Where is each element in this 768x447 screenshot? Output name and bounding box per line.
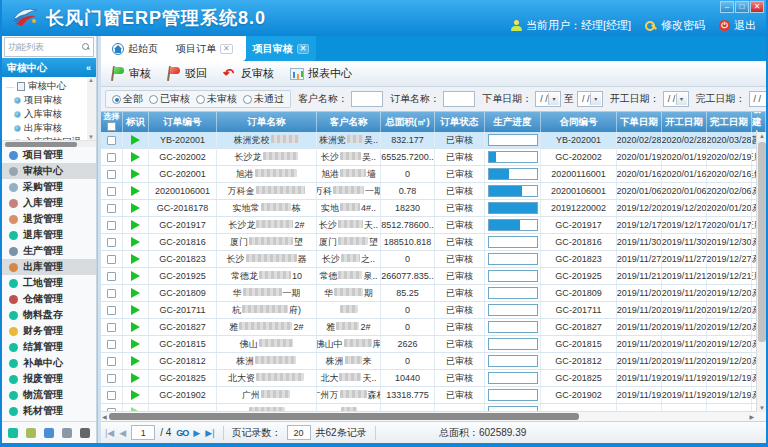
sidebar-bottom-icon[interactable] (8, 428, 18, 438)
column-header[interactable]: 生产进度 (485, 112, 541, 132)
report-center-button[interactable]: 报表中心 (286, 64, 360, 83)
radio-已审核[interactable]: 已审核 (149, 92, 190, 106)
table-row[interactable]: GC-201815佛山佛山中库2626已审核GC-2018152019/11/2… (101, 336, 766, 353)
sidebar-item[interactable]: 出库管理 (2, 259, 96, 275)
sidebar-item[interactable]: 仓储管理 (2, 291, 96, 307)
table-row[interactable]: GC-202001旭港旭港墙0已审核202001160012020/01/162… (101, 166, 766, 183)
first-page-button[interactable]: |◀ (105, 428, 114, 438)
approve-button[interactable]: 审核 (107, 64, 159, 83)
column-header[interactable]: 订单编号 (149, 112, 217, 132)
function-search-input[interactable]: 功能列表 (4, 37, 94, 57)
page-size-input[interactable]: 20 (287, 425, 311, 440)
column-header[interactable]: 创建人 (752, 112, 766, 132)
chevron-down-icon[interactable]: ▾ (548, 93, 559, 105)
row-checkbox[interactable] (107, 153, 116, 162)
close-button[interactable]: ✕ (750, 1, 764, 13)
column-header[interactable]: 客户名称 (317, 112, 381, 132)
customer-name-input[interactable] (351, 91, 383, 107)
sidebar-item[interactable]: 财务管理 (2, 323, 96, 339)
order-name-input[interactable] (443, 91, 475, 107)
grid-vertical-scrollbar[interactable]: ▲ ▼ (756, 132, 766, 412)
column-header[interactable]: 合同编号 (541, 112, 617, 132)
sidebar-item[interactable]: 报废管理 (2, 371, 96, 387)
reject-button[interactable]: 驳回 (163, 64, 215, 83)
table-row[interactable]: GC-201917长沙龙2#长沙天..8512.78600..已审核GC-201… (101, 217, 766, 234)
scroll-down-icon[interactable]: ▼ (757, 405, 767, 411)
column-header[interactable]: 开工日期 (662, 112, 707, 132)
go-button[interactable]: GO (176, 428, 188, 438)
tree-horizontal-scrollbar[interactable] (2, 140, 96, 147)
scroll-up-icon[interactable]: ▲ (757, 133, 767, 139)
start-date-input[interactable]: / /▾ (663, 91, 689, 107)
order-date-to-input[interactable]: / /▾ (577, 91, 603, 107)
row-checkbox[interactable] (107, 221, 116, 230)
column-header[interactable]: 完工日期 (707, 112, 752, 132)
tab-item[interactable]: 项目订单✕ (169, 42, 240, 56)
row-checkbox[interactable] (107, 391, 116, 400)
sidebar-item[interactable]: 耗材管理 (2, 403, 96, 419)
row-checkbox[interactable] (107, 289, 116, 298)
sidebar-item[interactable]: 生产管理 (2, 243, 96, 259)
maximize-button[interactable]: □ (735, 1, 749, 13)
scroll-left-icon[interactable]: ◀ (102, 413, 107, 420)
row-checkbox[interactable] (107, 170, 116, 179)
row-checkbox[interactable] (107, 357, 116, 366)
row-checkbox[interactable] (107, 323, 116, 332)
chevron-down-icon[interactable]: ▾ (676, 93, 687, 105)
column-header[interactable]: 选择 (101, 112, 123, 132)
last-page-button[interactable]: ▶| (205, 428, 214, 438)
finish-date-input[interactable]: / / (749, 91, 766, 107)
sidebar-bottom-icon[interactable] (44, 428, 54, 438)
sidebar-item[interactable]: 采购管理 (2, 179, 96, 195)
unapprove-button[interactable]: ↶反审核 (219, 64, 282, 83)
column-header[interactable]: 总面积(㎡) (381, 112, 435, 132)
sidebar-bottom-icon[interactable] (26, 428, 36, 438)
page-number-input[interactable]: 1 (131, 425, 155, 440)
sidebar-item[interactable]: 物流管理 (2, 387, 96, 403)
scroll-right-icon[interactable]: ▶ (749, 413, 754, 420)
collapse-icon[interactable]: « (86, 63, 91, 73)
table-row[interactable]: GC-201816厦门望厦门望188510.818已审核GC-201816201… (101, 234, 766, 251)
radio-未通过[interactable]: 未通过 (243, 92, 284, 106)
row-checkbox[interactable] (107, 204, 116, 213)
row-checkbox[interactable] (107, 374, 116, 383)
table-row[interactable]: GC-201812株洲株洲来0已审核GC-2018122019/11/20201… (101, 353, 766, 370)
close-tab-icon[interactable]: ✕ (220, 44, 233, 54)
sidebar-item[interactable]: 结算管理 (2, 339, 96, 355)
tree-vertical-scrollbar[interactable]: ▲ ▼ (87, 77, 96, 140)
row-checkbox[interactable] (107, 255, 116, 264)
table-row[interactable]: GC-201711杭府)0已审核GC-2017112019/11/202019/… (101, 302, 766, 319)
sidebar-item[interactable]: 物料盘存 (2, 307, 96, 323)
close-tab-icon[interactable]: ✕ (297, 44, 310, 54)
change-password-button[interactable]: 修改密码 (645, 18, 705, 33)
column-header[interactable]: 订单名称 (217, 112, 317, 132)
vscroll-thumb[interactable] (758, 142, 766, 342)
tab-item[interactable]: 项目审核✕ (246, 36, 317, 61)
row-checkbox[interactable] (107, 272, 116, 281)
column-header[interactable]: 标识 (123, 112, 149, 132)
table-row[interactable]: GC-202002长沙龙长沙吴..65525.7200..已审核GC-20200… (101, 149, 766, 166)
column-header[interactable]: 下单日期 (617, 112, 662, 132)
sidebar-item[interactable]: 入库管理 (2, 195, 96, 211)
table-row[interactable]: YB-202001株洲党校株洲党吴..832.177已审核YB-20200120… (101, 132, 766, 149)
prev-page-button[interactable]: ◀ (119, 428, 126, 438)
row-checkbox[interactable] (107, 136, 116, 145)
table-row[interactable]: GC-2018178实地常栋实地4#..18230已审核201912200022… (101, 200, 766, 217)
table-row[interactable]: GC-201809华一期华期85.25已审核GC-2018092019/11/2… (101, 285, 766, 302)
chevron-down-icon[interactable]: ▾ (590, 93, 601, 105)
scroll-up-icon[interactable]: ▲ (88, 77, 94, 83)
row-checkbox[interactable] (107, 187, 116, 196)
grid-horizontal-scrollbar[interactable]: ◀ ▶ (101, 411, 766, 421)
next-page-button[interactable]: ▶ (193, 428, 200, 438)
radio-全部[interactable]: 全部 (112, 92, 143, 106)
sidebar-bottom-icon[interactable] (62, 428, 72, 438)
row-checkbox[interactable] (107, 306, 116, 315)
tree-item[interactable]: 出库审核 (2, 121, 96, 135)
table-row[interactable]: GC-201823长沙器长沙之..0已审核GC-2018232019/11/27… (101, 251, 766, 268)
row-checkbox[interactable] (107, 238, 116, 247)
tab-home[interactable]: 起始页 (105, 42, 165, 56)
sidebar-item[interactable]: 退库管理 (2, 227, 96, 243)
select-all-checkbox[interactable] (107, 122, 116, 131)
table-row[interactable]: 20200106001万科金万科一期0.78已审核202001060012020… (101, 183, 766, 200)
sidebar-bottom-icon[interactable] (80, 428, 90, 438)
